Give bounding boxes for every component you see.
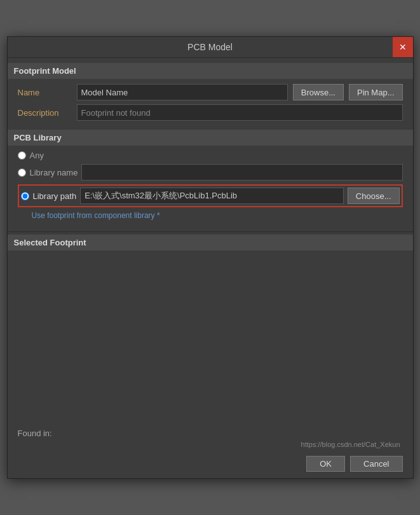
library-path-radio[interactable] [21, 192, 29, 200]
library-path-label[interactable]: Library path [33, 191, 77, 201]
choose-button[interactable]: Choose... [348, 188, 400, 204]
pcb-library-header: PCB Library [8, 130, 413, 146]
bottom-link: https://blog.csdn.net/Cat_Xekun [18, 441, 403, 448]
ok-button[interactable]: OK [306, 456, 345, 472]
selected-footprint-section: Selected Footprint [18, 235, 403, 415]
library-name-label[interactable]: Library name [30, 168, 78, 177]
title-bar: PCB Model ✕ [8, 37, 413, 58]
name-input[interactable] [77, 84, 288, 100]
cancel-button[interactable]: Cancel [350, 456, 402, 472]
name-label: Name [18, 88, 72, 97]
selected-footprint-header: Selected Footprint [8, 235, 413, 251]
any-radio[interactable] [18, 151, 26, 160]
selected-footprint-content [8, 256, 413, 415]
found-in-label: Found in: [18, 429, 52, 438]
pin-map-button[interactable]: Pin Map... [349, 84, 403, 100]
footprint-model-header: Footprint Model [8, 63, 413, 79]
name-row: Name Browse... Pin Map... [18, 84, 403, 100]
bottom-area: Found in: https://blog.csdn.net/Cat_Xeku… [8, 425, 413, 452]
any-label[interactable]: Any [30, 151, 44, 160]
divider [8, 231, 413, 232]
description-label: Description [18, 108, 72, 118]
any-radio-row: Any [18, 151, 403, 160]
library-path-input[interactable] [80, 188, 344, 204]
library-name-input[interactable] [81, 164, 402, 181]
description-row: Description [18, 104, 403, 121]
bottom-buttons: OK Cancel [8, 452, 413, 478]
dialog-body: Footprint Model Name Browse... Pin Map..… [8, 58, 413, 425]
found-in-row: Found in: [18, 429, 403, 438]
library-name-radio-row: Library name [18, 164, 403, 181]
footprint-model-section: Footprint Model Name Browse... Pin Map..… [18, 63, 403, 125]
use-footprint-text: Use footprint from component library * [32, 211, 403, 220]
browse-button[interactable]: Browse... [293, 84, 344, 100]
close-button[interactable]: ✕ [393, 37, 413, 57]
pcb-library-section: PCB Library Any Library name Library pat… [18, 130, 403, 224]
dialog-title: PCB Model [187, 42, 233, 52]
description-input[interactable] [77, 104, 403, 121]
library-path-row: Library path Choose... [18, 184, 403, 207]
pcb-model-dialog: PCB Model ✕ Footprint Model Name Browse.… [7, 36, 414, 479]
library-name-radio[interactable] [18, 168, 26, 177]
